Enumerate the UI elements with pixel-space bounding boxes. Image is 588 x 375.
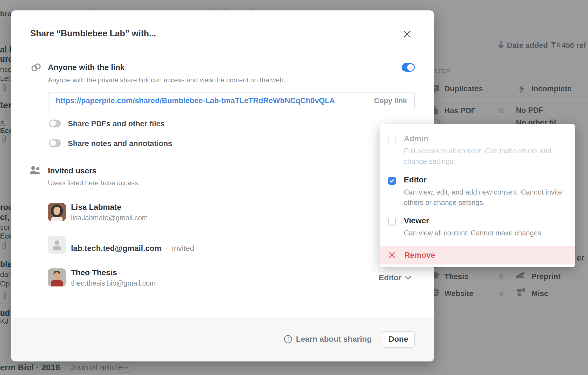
divider	[434, 99, 588, 100]
remove-label: Remove	[404, 251, 435, 260]
toggle-knob	[50, 140, 56, 146]
divider	[30, 158, 415, 158]
divider	[0, 303, 12, 304]
toggle-knob	[407, 64, 414, 71]
background-text-fragment: KJ	[0, 317, 8, 326]
paperclip-icon	[1, 135, 7, 145]
filter-duplicates[interactable]: Duplicates	[444, 85, 483, 93]
filter-has-pdf[interactable]: Has PDF	[444, 107, 476, 115]
arrow-down-icon[interactable]	[498, 41, 504, 50]
filter-funnel-icon[interactable]	[550, 42, 560, 51]
background-text-fragment: ble	[0, 260, 12, 269]
anyone-with-link-toggle[interactable]	[402, 63, 415, 72]
filter-thesis-count: 0	[499, 272, 503, 281]
divider	[380, 243, 575, 243]
filter-website-count: 4	[499, 289, 503, 298]
filter-misc[interactable]: Misc	[531, 289, 548, 298]
users-icon	[29, 166, 41, 176]
filter-no-pdf[interactable]: No PDF	[516, 106, 544, 115]
share-notes-toggle[interactable]	[49, 139, 61, 147]
incomplete-icon	[519, 85, 525, 94]
link-icon	[30, 62, 42, 74]
remove-user-button[interactable]: Remove	[380, 246, 575, 264]
role-admin-description: Full access to all content. Can invite o…	[404, 146, 576, 167]
chevron-down-icon	[405, 276, 411, 280]
role-select-button[interactable]: Editor	[379, 273, 411, 282]
role-viewer-label[interactable]: Viewer	[404, 216, 429, 225]
paperclip-icon	[1, 241, 7, 251]
background-text-fragment: Op	[0, 279, 10, 288]
background-text-fragment: urc	[0, 54, 13, 64]
reference-type: Journal article	[70, 363, 122, 372]
close-icon[interactable]	[403, 30, 411, 39]
background-text-fragment: ct,	[0, 213, 10, 222]
paperclip-icon	[1, 291, 7, 301]
role-select-value: Editor	[379, 273, 402, 282]
remove-x-icon	[389, 252, 395, 259]
check-icon	[390, 179, 395, 183]
invited-users-subtitle: Users listed here have access.	[48, 179, 140, 187]
share-url-box: https://paperpile.com/shared/Bumblebee-L…	[48, 92, 415, 109]
learn-about-sharing-link[interactable]: Learn about sharing	[284, 335, 372, 344]
filter-incomplete[interactable]: Incomplete	[531, 85, 572, 93]
copy-link-button[interactable]: Copy link	[374, 96, 407, 105]
link-section-title: Anyone with the link	[48, 63, 124, 72]
user-name: Lisa Labmate	[71, 203, 121, 212]
screen: bra al b urc nso Let ter ☆ S Eco rod ct,…	[0, 0, 588, 375]
user-email: lab.tech.ted@gmail.com	[71, 244, 161, 253]
avatar-placeholder	[48, 236, 66, 254]
pending-user-row: lab.tech.ted@gmail.com · Invited	[71, 244, 194, 253]
dialog-footer: Learn about sharing Done	[11, 317, 434, 361]
info-icon	[284, 335, 292, 343]
toggle-knob	[50, 120, 56, 127]
paperclip-icon	[1, 83, 7, 93]
avatar	[48, 268, 66, 286]
user-name: Theo Thesis	[71, 268, 117, 277]
user-email: theo.thesis.bio@gmail.com	[71, 279, 156, 287]
background-text-fragment: ud	[0, 308, 10, 318]
share-pdfs-toggle[interactable]	[49, 120, 61, 127]
filter-preprint[interactable]: Preprint	[531, 272, 561, 281]
background-text-fragment: bra	[0, 10, 11, 18]
done-button[interactable]: Done	[382, 331, 415, 348]
filter-heading: LTER	[435, 68, 451, 74]
reference-journal-year: erm Biol · 2016	[0, 363, 60, 372]
share-dialog: Share “Bumblebee Lab” with... Anyone wit…	[11, 10, 434, 361]
role-editor-label[interactable]: Editor	[404, 175, 427, 184]
divider	[0, 255, 12, 255]
share-pdfs-label: Share PDFs and other files	[68, 120, 165, 128]
editor-checkbox[interactable]	[388, 177, 396, 185]
background-text-fragment: Let	[0, 74, 10, 83]
share-url[interactable]: https://paperpile.com/shared/Bumblebee-L…	[56, 96, 374, 105]
background-text-fragment: dar	[0, 270, 11, 279]
share-notes-label: Share notes and annotations	[68, 139, 172, 148]
reference-meta-line: erm Biol · 2016 · Journal article	[0, 363, 122, 372]
background-text-fragment: sor	[0, 223, 10, 232]
star-icon[interactable]: ☆	[2, 108, 10, 119]
avatar	[48, 203, 66, 221]
filter-website[interactable]: Website	[444, 289, 473, 298]
more-options-button[interactable]: •••	[118, 363, 133, 373]
separator-dot: ·	[165, 244, 168, 253]
separator-dot: ·	[64, 363, 66, 372]
divider	[434, 52, 588, 52]
filter-thesis[interactable]: Thesis	[444, 272, 469, 281]
admin-checkbox[interactable]	[388, 136, 396, 144]
invited-status-badge: Invited	[172, 244, 194, 253]
viewer-checkbox[interactable]	[388, 218, 396, 226]
reference-count: 456 ref	[562, 41, 586, 50]
background-text-fragment: er	[577, 253, 584, 262]
divider	[0, 95, 12, 96]
role-admin-label[interactable]: Admin	[404, 134, 428, 143]
dialog-title: Share “Bumblebee Lab” with...	[30, 28, 156, 39]
invited-users-title: Invited users	[48, 166, 97, 175]
divider	[0, 19, 12, 19]
sort-by-date-added[interactable]: Date added	[507, 41, 548, 50]
filter-has-pdf-count: 0	[499, 107, 503, 115]
divider	[0, 1, 12, 1]
learn-about-sharing-label: Learn about sharing	[296, 335, 372, 344]
role-menu: Admin Full access to all content. Can in…	[380, 124, 575, 267]
misc-icon	[517, 288, 525, 297]
link-section-description: Anyone with the private share link can a…	[48, 76, 285, 84]
role-editor-description: Can view, edit, and add new content. Can…	[404, 187, 576, 208]
